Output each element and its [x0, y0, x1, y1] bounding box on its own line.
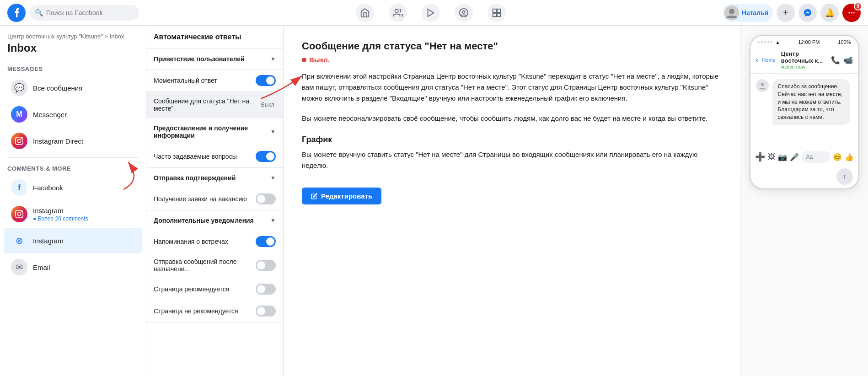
phone-plus-icon[interactable]: ➕: [755, 152, 765, 162]
notifications-chevron: ▼: [270, 217, 276, 224]
phone-photo-icon[interactable]: 🖼: [768, 153, 775, 161]
phone-message-text: Спасибо за сообщение. Сейчас нас нет на …: [778, 83, 843, 120]
svg-point-13: [853, 12, 855, 13]
menu-button[interactable]: 9: [842, 4, 861, 22]
phone-mic-icon[interactable]: 🎤: [790, 153, 799, 161]
phone-preview-panel: ▲ 12:00 PM 100% ‹ Home Центр восточных к…: [740, 26, 868, 376]
add-button[interactable]: +: [777, 4, 795, 22]
meeting-reminders-item[interactable]: Напоминания о встречах: [146, 231, 283, 252]
meeting-reminders-toggle[interactable]: [256, 236, 276, 247]
page-recommended-item[interactable]: Страница рекомендуется: [146, 278, 283, 300]
edit-icon: [311, 193, 317, 199]
notifications-header[interactable]: Дополнительные уведомления ▼: [146, 210, 283, 231]
user-avatar: [724, 5, 739, 20]
edit-button[interactable]: Редактировать: [302, 188, 381, 204]
breadcrumb[interactable]: Центр восточных культур "Kitsune" > Inbo…: [0, 33, 146, 42]
facebook-label: Facebook: [33, 184, 135, 192]
search-bar[interactable]: 🔍: [29, 5, 139, 21]
confirmations-label: Отправка подтверждений: [154, 174, 236, 182]
svg-rect-7: [493, 13, 496, 16]
content-title: Сообщение для статуса "Нет на месте": [302, 40, 722, 52]
phone-like-icon[interactable]: 👍: [845, 153, 854, 161]
comments-section-label: Comments & More: [0, 161, 146, 174]
sidebar-item-instagram-direct[interactable]: Instagram Direct: [4, 128, 142, 154]
phone-image-icon[interactable]: 📷: [778, 153, 787, 161]
away-message-item[interactable]: Сообщение для статуса "Нет на месте" Вык…: [146, 92, 283, 118]
page-not-recommended-item[interactable]: Страница не рекомендуется: [146, 300, 283, 322]
phone-sender-avatar: [756, 79, 769, 92]
automated-responses-icon: ⊗: [11, 232, 27, 249]
greeting-header[interactable]: Приветствие пользователей ▼: [146, 49, 283, 69]
phone-time: 12:00 PM: [798, 39, 820, 45]
info-section: Предоставление и получение информации ▼ …: [146, 118, 283, 168]
instant-reply-toggle[interactable]: [256, 75, 276, 86]
facebook-page-icon: f: [11, 179, 27, 196]
main-content: Сообщение для статуса "Нет на месте" Вык…: [284, 26, 740, 376]
faq-item[interactable]: Часто задаваемые вопросы: [146, 145, 283, 167]
page-recommended-toggle[interactable]: [256, 284, 276, 295]
description-1: При включении этой настройки Страница Це…: [302, 71, 722, 104]
search-input[interactable]: [46, 9, 129, 16]
phone-frame: ▲ 12:00 PM 100% ‹ Home Центр восточных к…: [750, 35, 859, 189]
instant-reply-item[interactable]: Моментальный ответ: [146, 70, 283, 91]
facebook-logo[interactable]: [7, 4, 26, 22]
page-not-recommended-toggle[interactable]: [256, 306, 276, 317]
search-icon: 🔍: [35, 9, 43, 17]
svg-rect-5: [493, 9, 496, 12]
automated-responses-panel: Автоматические ответы Приветствие пользо…: [146, 26, 284, 376]
greeting-section: Приветствие пользователей ▼: [146, 49, 283, 70]
messenger-button[interactable]: [798, 4, 817, 22]
pages-nav-button[interactable]: [488, 4, 506, 22]
breadcrumb-link[interactable]: Центр восточных культур "Kitsune": [7, 33, 103, 40]
sidebar-item-all-messages[interactable]: 💬 Все сообщения: [4, 75, 142, 101]
page-title: Inbox: [0, 42, 146, 62]
sidebar-item-automated-responses[interactable]: ⊗ Instagram: [4, 228, 142, 253]
post-assignment-toggle[interactable]: [256, 260, 276, 271]
status-text: Выкл.: [309, 56, 330, 64]
instagram-direct-icon: [11, 133, 27, 149]
away-message-label: Сообщение для статуса "Нет на месте": [154, 97, 257, 112]
svg-marker-2: [428, 9, 434, 16]
meeting-reminders-label: Напоминания о встречах: [154, 238, 256, 245]
page-not-recommended-label: Страница не рекомендуется: [154, 307, 256, 315]
sidebar-item-facebook[interactable]: f Facebook: [4, 175, 142, 200]
phone-text-input[interactable]: Aa: [802, 151, 830, 163]
greeting-chevron: ▼: [270, 56, 276, 62]
phone-chat-area: Спасибо за сообщение. Сейчас нас нет на …: [750, 74, 858, 147]
home-nav-button[interactable]: [356, 4, 374, 22]
edit-button-label: Редактировать: [321, 192, 372, 200]
status-indicator: Выкл.: [302, 56, 722, 64]
notifications-button[interactable]: 🔔: [820, 4, 839, 22]
svg-point-1: [395, 9, 398, 12]
phone-video-icon[interactable]: 📹: [844, 56, 853, 64]
svg-rect-8: [497, 13, 500, 16]
messenger-label: Messenger: [33, 111, 135, 118]
user-profile-button[interactable]: Наталья: [723, 4, 773, 22]
instant-reply-label: Моментальный ответ: [154, 77, 256, 84]
confirmations-header[interactable]: Отправка подтверждений ▼: [146, 168, 283, 188]
away-message-status: Выкл.: [261, 102, 276, 108]
notifications-label: Дополнительные уведомления: [154, 217, 254, 224]
meeting-reminders-slider: [256, 236, 276, 247]
phone-call-icon[interactable]: 📞: [831, 56, 840, 64]
phone-chat-header: ‹ Home Центр восточных к... Active now 📞…: [750, 47, 858, 74]
job-application-toggle[interactable]: [256, 193, 276, 204]
info-chevron: ▼: [270, 129, 276, 135]
marketplace-nav-button[interactable]: [455, 4, 473, 22]
confirmations-section: Отправка подтверждений ▼ Получение заявк…: [146, 168, 283, 210]
svg-point-4: [462, 11, 465, 13]
post-assignment-item[interactable]: Отправка сообщений после назначени...: [146, 252, 283, 278]
faq-toggle[interactable]: [256, 151, 276, 162]
sidebar-item-email[interactable]: ✉ Email: [4, 254, 142, 280]
people-nav-button[interactable]: [389, 4, 407, 22]
video-nav-button[interactable]: [422, 4, 440, 22]
phone-message-item: Спасибо за сообщение. Сейчас нас нет на …: [756, 79, 853, 125]
all-messages-label: Все сообщения: [33, 84, 135, 92]
phone-emoji-icon[interactable]: 😊: [833, 153, 842, 161]
svg-point-12: [851, 12, 852, 13]
phone-back-button[interactable]: ‹: [756, 55, 759, 65]
sidebar-item-messenger[interactable]: M Messenger: [4, 102, 142, 127]
info-header[interactable]: Предоставление и получение информации ▼: [146, 118, 283, 145]
sidebar-item-instagram[interactable]: Instagram ● Более 20 comments: [4, 201, 142, 227]
job-application-item[interactable]: Получение заявки на вакансию: [146, 188, 283, 210]
